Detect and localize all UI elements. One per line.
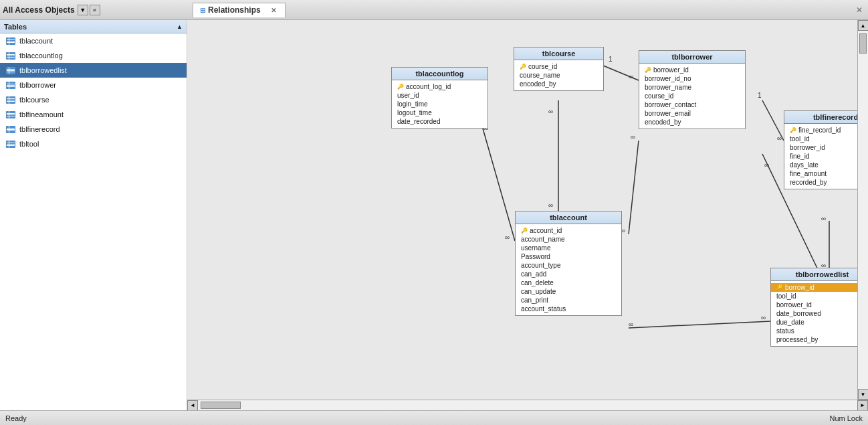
svg-rect-14: [9, 67, 9, 74]
field-name: borrower_id: [776, 301, 812, 309]
table-tblfinerecord[interactable]: tblfinerecord 🔑fine_record_id tool_id bo…: [784, 110, 857, 189]
table-tblborrower[interactable]: tblborrower 🔑borrower_id borrower_id_no …: [639, 50, 746, 129]
status-bar: Ready Num Lock: [0, 410, 868, 425]
field-name: account_status: [521, 305, 566, 313]
table-row: borrower_id: [784, 143, 857, 152]
nav-item-tblfineamount[interactable]: tblfineamount: [0, 107, 187, 122]
nav-item-label: tblborrower: [19, 81, 56, 89]
svg-rect-34: [9, 126, 9, 133]
table-icon: [5, 110, 16, 118]
window-close-btn[interactable]: ✕: [853, 4, 865, 16]
table-row: 🔑fine_record_id: [784, 126, 857, 135]
svg-line-43: [629, 141, 639, 234]
svg-rect-39: [9, 141, 9, 148]
table-icon: [5, 125, 16, 133]
table-row: account_type: [516, 261, 621, 270]
field-name: processed_by: [776, 336, 818, 343]
key-icon: 🔑: [521, 228, 528, 234]
svg-rect-23: [7, 101, 15, 102]
left-title-area: All Access Objects ▼ «: [3, 5, 185, 15]
status-left: Ready: [5, 414, 27, 422]
key-icon: 🔑: [520, 64, 526, 70]
table-body-tblborrower: 🔑borrower_id borrower_id_no borrower_nam…: [639, 64, 745, 129]
tables-label: Tables: [4, 23, 27, 31]
table-icon: [5, 96, 16, 104]
field-name: account_id: [530, 227, 562, 234]
title-bar: All Access Objects ▼ « ⊞ Relationships ✕…: [0, 0, 868, 20]
table-row: recorded_by: [784, 178, 857, 187]
scroll-up-btn[interactable]: ▲: [858, 20, 869, 31]
field-name: can_update: [521, 288, 556, 295]
svg-line-40: [603, 66, 639, 80]
svg-text:∞: ∞: [548, 108, 553, 115]
field-name: borrow_id: [785, 284, 815, 291]
table-icon: [5, 37, 16, 45]
all-access-objects-title: All Access Objects: [3, 5, 75, 15]
field-name: encoded_by: [645, 118, 681, 126]
diagram-area[interactable]: 1 ∞ ∞ ∞ ∞ ∞ ∞ ∞: [187, 20, 857, 400]
svg-rect-16: [7, 84, 15, 84]
nav-item-tblfinerecord[interactable]: tblfinerecord: [0, 122, 187, 137]
table-row: 🔑account_log_id: [392, 82, 487, 91]
svg-text:1: 1: [609, 56, 613, 63]
nav-item-tblcourse[interactable]: tblcourse: [0, 92, 187, 107]
table-tblaccountlog[interactable]: tblaccountlog 🔑account_log_id user_id lo…: [391, 67, 488, 129]
field-name: fine_id: [790, 153, 809, 160]
h-scrollbar-thumb[interactable]: [201, 402, 241, 409]
table-tblborrowedlist[interactable]: tblborrowedlist 🔑borrow_id tool_id borro…: [770, 268, 857, 347]
svg-rect-33: [7, 131, 15, 131]
svg-rect-26: [7, 113, 15, 114]
nav-item-label: tblaccountlog: [19, 52, 63, 60]
table-row: fine_id: [784, 152, 857, 161]
nav-item-tblborrowedlist[interactable]: tblborrowedlist: [0, 63, 187, 78]
table-row: Password: [516, 252, 621, 261]
table-row: tool_id: [771, 292, 857, 301]
field-name: days_late: [790, 161, 819, 169]
nav-item-tbltool[interactable]: tbltool: [0, 137, 187, 151]
svg-rect-19: [9, 82, 9, 89]
horizontal-scrollbar[interactable]: ◄ ►: [187, 400, 868, 410]
nav-item-tblaccountlog[interactable]: tblaccountlog: [0, 48, 187, 63]
field-name: can_print: [521, 296, 548, 304]
field-name: borrower_name: [645, 84, 691, 91]
h-scroll-left-btn[interactable]: ◄: [187, 400, 198, 411]
tab-close-btn[interactable]: ✕: [269, 5, 278, 15]
field-name: tool_id: [790, 135, 809, 143]
svg-rect-4: [9, 37, 9, 45]
table-tblaccount[interactable]: tblaccount 🔑account_id account_name user…: [515, 211, 622, 316]
svg-text:∞: ∞: [631, 133, 635, 141]
svg-rect-27: [7, 114, 15, 115]
field-name: course_id: [528, 63, 557, 70]
nav-item-label: tblcourse: [19, 96, 49, 104]
svg-rect-8: [7, 57, 15, 58]
table-row: 🔑account_id: [516, 226, 621, 235]
field-name: logout_time: [397, 109, 432, 116]
table-row: due_date: [771, 318, 857, 327]
table-icon: [5, 52, 16, 60]
key-icon: 🔑: [776, 284, 783, 290]
section-collapse-btn[interactable]: ▲: [177, 23, 183, 30]
nav-item-label: tblfinerecord: [19, 125, 60, 133]
vertical-scrollbar[interactable]: ▲ ▼: [857, 20, 868, 400]
title-bar-controls: ▼ «: [78, 5, 100, 15]
table-row: borrower_id: [771, 301, 857, 309]
table-tblcourse[interactable]: tblcourse 🔑course_id course_name encoded…: [514, 47, 604, 91]
relationships-tab[interactable]: ⊞ Relationships ✕: [193, 3, 286, 17]
scroll-down-btn[interactable]: ▼: [78, 5, 88, 15]
h-scrollbar-track[interactable]: [198, 400, 857, 410]
nav-item-tblborrower[interactable]: tblborrower: [0, 78, 187, 92]
scrollbar-thumb[interactable]: [859, 33, 867, 54]
field-name: borrower_id_no: [645, 75, 691, 82]
field-name: tool_id: [776, 292, 796, 300]
table-row: processed_by: [771, 335, 857, 344]
scrollbar-track[interactable]: [858, 31, 868, 389]
collapse-btn[interactable]: «: [90, 5, 100, 15]
svg-rect-24: [9, 96, 9, 104]
table-body-tblaccount: 🔑account_id account_name username Passwo…: [516, 224, 621, 315]
field-name: recorded_by: [790, 179, 827, 186]
scroll-down-btn[interactable]: ▼: [858, 389, 869, 400]
field-name: borrower_id: [790, 144, 825, 151]
nav-item-tblaccount[interactable]: tblaccount: [0, 33, 187, 48]
h-scroll-right-btn[interactable]: ►: [857, 400, 868, 411]
field-name: fine_amount: [790, 170, 827, 177]
